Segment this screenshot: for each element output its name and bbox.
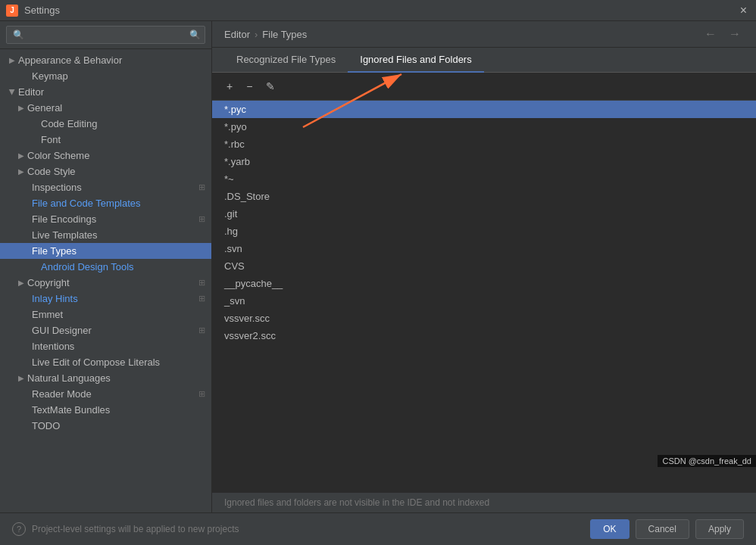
toolbar: + − ✎ <box>212 73 756 101</box>
file-row[interactable]: *.yarb <box>212 153 756 170</box>
arrow-icon: ▶ <box>18 167 24 176</box>
sidebar-item-label: File Types <box>32 245 77 257</box>
item-suffix-icon: ⊞ <box>198 294 205 304</box>
cancel-button[interactable]: Cancel <box>636 519 689 539</box>
file-row[interactable]: *.pyo <box>212 118 756 135</box>
bottom-bar: ? Project-level settings will be applied… <box>0 512 756 545</box>
title-bar-left: J Settings <box>6 5 60 17</box>
file-row[interactable]: vssver.scc <box>212 310 756 327</box>
sidebar-item-label: TODO <box>32 420 60 431</box>
sidebar-item-color-scheme[interactable]: ▶Color Scheme <box>0 148 211 164</box>
bottom-left: ? Project-level settings will be applied… <box>12 522 239 536</box>
arrow-icon: ▶ <box>18 374 24 382</box>
sidebar-item-live-templates[interactable]: Live Templates <box>0 227 211 243</box>
close-button[interactable]: × <box>737 4 750 17</box>
forward-button[interactable]: → <box>726 27 744 41</box>
sidebar-item-label: Editor <box>18 86 44 98</box>
item-suffix-icon: ⊞ <box>198 214 205 224</box>
add-button[interactable]: + <box>221 77 238 95</box>
arrow-icon: ▶ <box>18 104 24 112</box>
right-panel: Editor › File Types ← → Recognized File … <box>212 21 756 512</box>
file-row[interactable]: .hg <box>212 223 756 240</box>
sidebar-tree: ▶Appearance & BehaviorKeymap▶Editor▶Gene… <box>0 49 211 512</box>
right-panel-wrapper: Editor › File Types ← → Recognized File … <box>212 21 756 512</box>
file-list: *.pyc*.pyo*.rbc*.yarb*~.DS_Store.git.hg.… <box>212 101 756 492</box>
file-row[interactable]: __pycache__ <box>212 275 756 292</box>
sidebar-item-reader-mode[interactable]: Reader Mode⊞ <box>0 386 211 402</box>
search-icon: 🔍 <box>189 30 201 40</box>
sidebar-item-label: Inlay Hints <box>32 293 78 304</box>
tab-ignored[interactable]: Ignored Files and Folders <box>348 48 483 73</box>
title-bar: J Settings × <box>0 0 756 21</box>
status-text: Ignored files and folders are not visibl… <box>224 497 489 508</box>
file-row[interactable]: .DS_Store <box>212 188 756 205</box>
sidebar-item-code-style[interactable]: ▶Code Style <box>0 164 211 179</box>
tab-recognized[interactable]: Recognized File Types <box>224 48 348 73</box>
sidebar-item-file-types[interactable]: File Types <box>0 243 211 259</box>
sidebar-item-font[interactable]: Font <box>0 132 211 148</box>
sidebar-item-gui-designer[interactable]: GUI Designer⊞ <box>0 322 211 338</box>
window-title: Settings <box>24 5 60 16</box>
sidebar-item-textmate-bundles[interactable]: TextMate Bundles <box>0 402 211 418</box>
sidebar-item-label: Intentions <box>32 341 74 352</box>
sidebar-item-android-design-tools[interactable]: Android Design Tools <box>0 259 211 275</box>
file-row[interactable]: .svn <box>212 240 756 257</box>
sidebar-item-code-editing[interactable]: Code Editing <box>0 116 211 132</box>
item-suffix-icon: ⊞ <box>198 389 205 399</box>
sidebar-item-copyright[interactable]: ▶Copyright⊞ <box>0 275 211 291</box>
sidebar-item-intentions[interactable]: Intentions <box>0 338 211 354</box>
sidebar-item-label: Live Edit of Compose Literals <box>32 357 160 368</box>
sidebar-item-label: TextMate Bundles <box>32 404 110 416</box>
status-bar: Ignored files and folders are not visibl… <box>212 492 756 512</box>
item-suffix-icon: ⊞ <box>198 325 205 335</box>
panel-header: Editor › File Types ← → <box>212 21 756 48</box>
sidebar-item-general[interactable]: ▶General <box>0 100 211 116</box>
bottom-help-text: Project-level settings will be applied t… <box>32 524 239 534</box>
tabs-bar: Recognized File TypesIgnored Files and F… <box>212 48 756 73</box>
sidebar-item-label: Reader Mode <box>32 388 92 400</box>
file-row[interactable]: _svn <box>212 292 756 310</box>
panel-nav: ← → <box>701 27 744 41</box>
arrow-icon: ▶ <box>8 89 17 95</box>
sidebar-item-inspections[interactable]: Inspections⊞ <box>0 179 211 195</box>
sidebar-item-emmet[interactable]: Emmet <box>0 307 211 322</box>
bottom-right: OK Cancel Apply <box>590 519 744 539</box>
sidebar-item-label: Font <box>41 134 61 145</box>
back-button[interactable]: ← <box>701 27 720 41</box>
sidebar-item-todo[interactable]: TODO <box>0 418 211 434</box>
sidebar: 🔍 ▶Appearance & BehaviorKeymap▶Editor▶Ge… <box>0 21 212 512</box>
sidebar-item-inlay-hints[interactable]: Inlay Hints⊞ <box>0 291 211 307</box>
edit-button[interactable]: ✎ <box>261 77 280 95</box>
sidebar-item-appearance[interactable]: ▶Appearance & Behavior <box>0 52 211 68</box>
sidebar-item-keymap[interactable]: Keymap <box>0 68 211 84</box>
file-row[interactable]: .git <box>212 205 756 223</box>
sidebar-item-natural-languages[interactable]: ▶Natural Languages <box>0 370 211 386</box>
sidebar-item-label: GUI Designer <box>32 325 92 336</box>
item-suffix-icon: ⊞ <box>198 278 205 288</box>
sidebar-item-live-edit-compose[interactable]: Live Edit of Compose Literals <box>0 354 211 370</box>
breadcrumb-editor: Editor <box>224 29 250 40</box>
file-row[interactable]: *~ <box>212 170 756 188</box>
breadcrumb-separator: › <box>255 29 258 40</box>
sidebar-item-label: Emmet <box>32 309 63 320</box>
arrow-icon: ▶ <box>18 151 24 160</box>
apply-button[interactable]: Apply <box>695 519 744 539</box>
remove-button[interactable]: − <box>241 77 258 95</box>
help-button[interactable]: ? <box>12 522 26 536</box>
item-suffix-icon: ⊞ <box>198 182 205 192</box>
file-row[interactable]: CVS <box>212 257 756 275</box>
sidebar-item-label: File and Code Templates <box>32 198 141 209</box>
breadcrumb-file-types: File Types <box>262 29 307 40</box>
file-row[interactable]: *.pyc <box>212 101 756 118</box>
file-row[interactable]: vssver2.scc <box>212 327 756 344</box>
file-row[interactable]: *.rbc <box>212 135 756 153</box>
sidebar-item-label: General <box>27 102 62 114</box>
sidebar-item-file-and-code-templates[interactable]: File and Code Templates <box>0 195 211 211</box>
sidebar-item-editor[interactable]: ▶Editor <box>0 84 211 100</box>
sidebar-item-file-encodings[interactable]: File Encodings⊞ <box>0 211 211 227</box>
search-input[interactable] <box>6 26 205 44</box>
arrow-icon: ▶ <box>9 56 15 64</box>
breadcrumb: Editor › File Types <box>224 29 307 40</box>
ok-button[interactable]: OK <box>590 519 629 539</box>
app-icon: J <box>6 5 18 17</box>
